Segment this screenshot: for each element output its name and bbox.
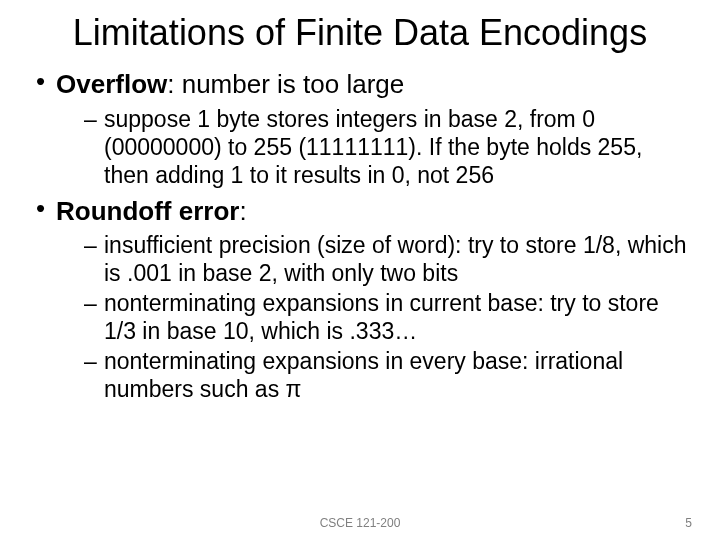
slide: Limitations of Finite Data Encodings Ove… — [0, 0, 720, 540]
bullet-after: : number is too large — [167, 69, 404, 99]
bullet-line: Overflow: number is too large — [56, 68, 692, 101]
footer-course: CSCE 121-200 — [0, 516, 720, 530]
bullet-after: : — [239, 196, 246, 226]
slide-title: Limitations of Finite Data Encodings — [28, 12, 692, 54]
sub-item: nonterminating expansions in every base:… — [84, 347, 692, 403]
bullet-line: Roundoff error: — [56, 195, 692, 228]
bullet-roundoff: Roundoff error: insufficient precision (… — [36, 195, 692, 404]
bullet-label: Roundoff error — [56, 196, 239, 226]
bullet-overflow: Overflow: number is too large suppose 1 … — [36, 68, 692, 189]
bullet-list: Overflow: number is too large suppose 1 … — [28, 68, 692, 403]
sub-list: insufficient precision (size of word): t… — [56, 231, 692, 403]
sub-item: nonterminating expansions in current bas… — [84, 289, 692, 345]
page-number: 5 — [685, 516, 692, 530]
sub-item: insufficient precision (size of word): t… — [84, 231, 692, 287]
bullet-label: Overflow — [56, 69, 167, 99]
sub-item: suppose 1 byte stores integers in base 2… — [84, 105, 692, 189]
sub-list: suppose 1 byte stores integers in base 2… — [56, 105, 692, 189]
